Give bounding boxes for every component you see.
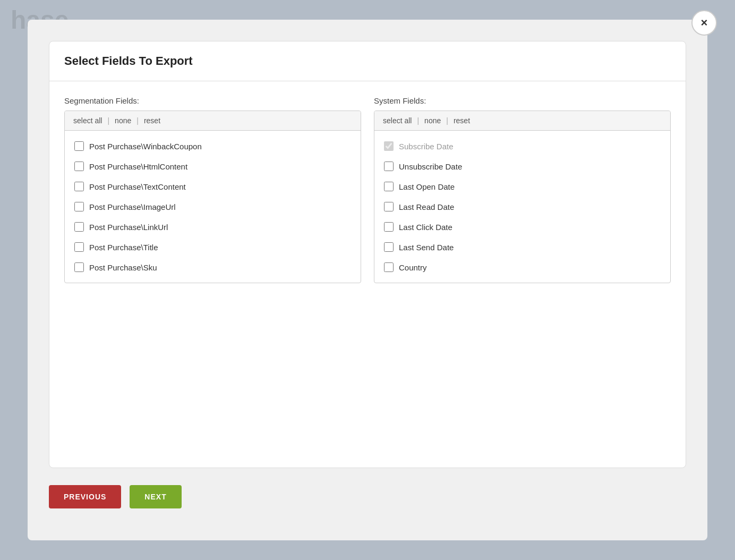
seg-field-checkbox-6[interactable] bbox=[74, 262, 84, 272]
sys-reset-button[interactable]: reset bbox=[448, 116, 475, 125]
seg-field-checkbox-1[interactable] bbox=[74, 162, 84, 171]
system-field-box: select all | none | reset Subscribe Date bbox=[374, 111, 671, 283]
seg-field-label-5: Post Purchase\Title bbox=[89, 243, 158, 252]
seg-field-checkbox-0[interactable] bbox=[74, 141, 84, 151]
sys-field-checkbox-5[interactable] bbox=[384, 242, 394, 252]
list-item[interactable]: Subscribe Date bbox=[379, 137, 666, 155]
seg-field-label-4: Post Purchase\LinkUrl bbox=[89, 223, 168, 232]
sys-field-label-6: Country bbox=[399, 263, 427, 272]
sys-field-label-1: Unsubscribe Date bbox=[399, 162, 462, 171]
card-header: Select Fields To Export bbox=[49, 41, 686, 81]
list-item[interactable]: Post Purchase\Sku bbox=[69, 258, 356, 276]
sys-field-label-2: Last Open Date bbox=[399, 182, 455, 191]
sys-field-label-3: Last Read Date bbox=[399, 202, 454, 211]
sys-select-all-button[interactable]: select all bbox=[383, 116, 417, 125]
system-checkbox-list: Subscribe Date Unsubscribe Date Last Ope… bbox=[374, 131, 670, 283]
seg-select-all-button[interactable]: select all bbox=[73, 116, 107, 125]
card-body: Segmentation Fields: select all | none |… bbox=[49, 81, 686, 468]
seg-field-label-1: Post Purchase\HtmlContent bbox=[89, 162, 187, 171]
list-item[interactable]: Post Purchase\ImageUrl bbox=[69, 198, 356, 216]
previous-button[interactable]: PREVIOUS bbox=[49, 485, 121, 508]
card-title: Select Fields To Export bbox=[64, 54, 671, 68]
next-button[interactable]: NEXT bbox=[130, 485, 181, 508]
segmentation-field-box: select all | none | reset Post Purchase\… bbox=[64, 111, 361, 283]
system-section: System Fields: select all | none | reset bbox=[374, 96, 671, 453]
sys-field-label-0: Subscribe Date bbox=[399, 142, 454, 151]
list-item[interactable]: Unsubscribe Date bbox=[379, 157, 666, 175]
list-item[interactable]: Last Read Date bbox=[379, 198, 666, 216]
sys-field-checkbox-4[interactable] bbox=[384, 222, 394, 232]
system-select-bar: select all | none | reset bbox=[374, 111, 670, 131]
seg-field-label-3: Post Purchase\ImageUrl bbox=[89, 202, 176, 211]
list-item[interactable]: Last Send Date bbox=[379, 238, 666, 256]
seg-field-label-6: Post Purchase\Sku bbox=[89, 263, 157, 272]
seg-field-label-2: Post Purchase\TextContent bbox=[89, 182, 186, 191]
segmentation-checkbox-list: Post Purchase\WinbackCoupon Post Purchas… bbox=[65, 131, 361, 283]
segmentation-label: Segmentation Fields: bbox=[64, 96, 361, 105]
modal-footer: PREVIOUS NEXT bbox=[49, 468, 686, 508]
seg-field-checkbox-5[interactable] bbox=[74, 242, 84, 252]
seg-field-label-0: Post Purchase\WinbackCoupon bbox=[89, 142, 202, 151]
list-item[interactable]: Post Purchase\LinkUrl bbox=[69, 218, 356, 236]
sys-field-checkbox-2[interactable] bbox=[384, 182, 394, 191]
sys-field-checkbox-0[interactable] bbox=[384, 141, 394, 151]
sys-field-checkbox-6[interactable] bbox=[384, 262, 394, 272]
sys-none-button[interactable]: none bbox=[419, 116, 446, 125]
seg-field-checkbox-2[interactable] bbox=[74, 182, 84, 191]
list-item[interactable]: Last Click Date bbox=[379, 218, 666, 236]
list-item[interactable]: Last Open Date bbox=[379, 177, 666, 196]
inner-card: Select Fields To Export Segmentation Fie… bbox=[49, 41, 686, 468]
modal-dialog: × Select Fields To Export Segmentation F… bbox=[28, 20, 707, 540]
seg-field-checkbox-4[interactable] bbox=[74, 222, 84, 232]
sys-field-checkbox-1[interactable] bbox=[384, 162, 394, 171]
list-item[interactable]: Post Purchase\TextContent bbox=[69, 177, 356, 196]
list-item[interactable]: Post Purchase\WinbackCoupon bbox=[69, 137, 356, 155]
seg-none-button[interactable]: none bbox=[109, 116, 136, 125]
close-button[interactable]: × bbox=[691, 10, 717, 36]
list-item[interactable]: Country bbox=[379, 258, 666, 276]
sys-field-label-4: Last Click Date bbox=[399, 223, 452, 232]
list-item[interactable]: Post Purchase\Title bbox=[69, 238, 356, 256]
segmentation-section: Segmentation Fields: select all | none |… bbox=[64, 96, 361, 453]
segmentation-select-bar: select all | none | reset bbox=[65, 111, 361, 131]
system-label: System Fields: bbox=[374, 96, 671, 105]
seg-reset-button[interactable]: reset bbox=[139, 116, 166, 125]
modal-overlay: × Select Fields To Export Segmentation F… bbox=[0, 0, 735, 560]
seg-field-checkbox-3[interactable] bbox=[74, 202, 84, 211]
sys-field-label-5: Last Send Date bbox=[399, 243, 454, 252]
list-item[interactable]: Post Purchase\HtmlContent bbox=[69, 157, 356, 175]
sys-field-checkbox-3[interactable] bbox=[384, 202, 394, 211]
